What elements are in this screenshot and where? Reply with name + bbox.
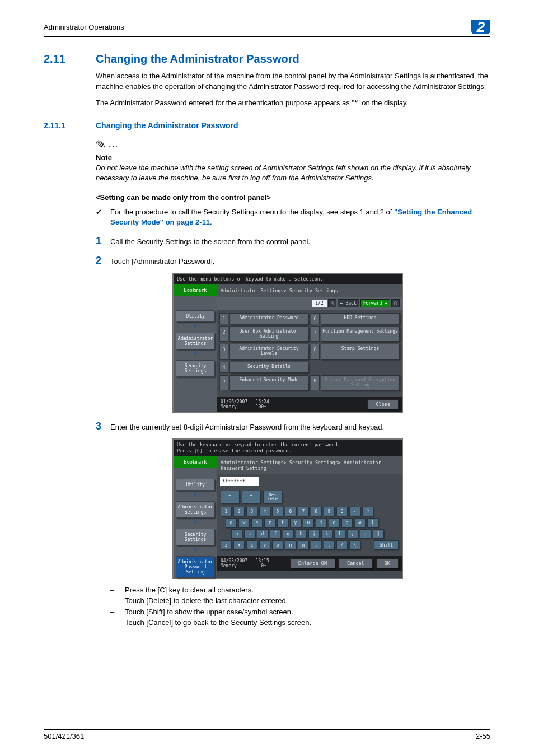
delete-button[interactable]: De- lete: [263, 491, 282, 503]
keyboard-key[interactable]: q: [226, 518, 237, 528]
keyboard-key[interactable]: j: [308, 529, 320, 539]
bookmark-button[interactable]: Bookmark: [174, 456, 217, 468]
ok-button[interactable]: OK: [376, 558, 399, 568]
keyboard-key[interactable]: .: [324, 540, 335, 550]
print-icon[interactable]: ⎙: [328, 299, 336, 307]
keyboard-key[interactable]: g: [283, 529, 294, 539]
dash-icon: [110, 595, 125, 606]
keyboard-key[interactable]: y: [290, 518, 301, 528]
keyboard-key[interactable]: \: [349, 540, 360, 550]
keyboard-key[interactable]: :: [360, 529, 371, 539]
note-label: Note: [96, 153, 490, 162]
keyboard-key[interactable]: r: [264, 518, 275, 528]
crumb-utility[interactable]: Utility: [176, 310, 215, 322]
shift-button[interactable]: Shift: [374, 540, 399, 550]
crumb-security-settings[interactable]: Security Settings: [176, 360, 215, 377]
keyboard-key[interactable]: -: [349, 507, 360, 516]
nav-left-button[interactable]: ←: [221, 491, 240, 503]
dash-icon: [110, 617, 125, 628]
keyboard-key[interactable]: 6: [285, 507, 296, 516]
forward-button[interactable]: Forward →: [360, 299, 390, 307]
keyboard-key[interactable]: k: [321, 529, 332, 539]
keyboard-key[interactable]: p: [341, 518, 353, 528]
keyboard-key[interactable]: @: [354, 518, 366, 528]
keyboard-key[interactable]: o: [329, 518, 340, 528]
menu-admin-sec-levels[interactable]: Administrator Security Levels: [229, 344, 308, 360]
arrow-down-icon: ▼: [174, 519, 217, 525]
keyboard-key[interactable]: ]: [373, 529, 384, 539]
h2-title: Changing the Administrator Password: [96, 121, 238, 130]
ellipsis-icon: …: [108, 138, 120, 150]
arrow-down-icon: ▼: [174, 547, 217, 553]
keyboard-key[interactable]: z: [221, 540, 232, 550]
keyboard-key[interactable]: 4: [259, 507, 270, 516]
nav-right-button[interactable]: →: [242, 491, 261, 503]
keyboard-key[interactable]: 7: [298, 507, 309, 516]
keyboard-key[interactable]: [: [367, 518, 378, 528]
sub-bullet-text: Touch [Delete] to delete the last charac…: [125, 595, 288, 606]
sub-bullet-text: Touch [Shift] to show the upper case/sym…: [125, 606, 293, 618]
keyboard-key[interactable]: 0: [336, 507, 348, 516]
step-text-1: Call the Security Settings to the screen…: [110, 236, 310, 247]
keyboard-key[interactable]: m: [298, 540, 309, 550]
crumb-security-settings[interactable]: Security Settings: [176, 529, 215, 545]
procedure-intro: For the procedure to call the Security S…: [110, 207, 490, 227]
keyboard-row-2: qwertyuiop@[: [226, 518, 399, 528]
password-input[interactable]: ********: [220, 477, 259, 486]
keyboard-key[interactable]: 3: [246, 507, 257, 516]
keyboard-key[interactable]: i: [316, 518, 327, 528]
keyboard-key[interactable]: h: [296, 529, 307, 539]
menu-enhanced-security[interactable]: Enhanced Security Mode: [229, 375, 308, 391]
keyboard-key[interactable]: l: [334, 529, 345, 539]
crumb-admin-pw-setting[interactable]: Administrator Password Setting: [176, 556, 215, 578]
keyboard-key[interactable]: ;: [347, 529, 358, 539]
arrow-down-icon: ▼: [174, 351, 217, 357]
keyboard-key[interactable]: 1: [221, 507, 232, 516]
page-indicator: 1/2: [312, 300, 326, 307]
bookmark-button[interactable]: Bookmark: [174, 284, 217, 296]
keyboard-key[interactable]: u: [303, 518, 314, 528]
keyboard-key[interactable]: v: [259, 540, 270, 550]
crumb-admin-settings[interactable]: Administrator Settings: [176, 333, 215, 349]
keyboard-key[interactable]: d: [257, 529, 268, 539]
pencil-icon: ✎: [95, 137, 106, 152]
intro-paragraph-1: When access to the Administrator of the …: [96, 71, 490, 92]
keyboard-key[interactable]: /: [336, 540, 348, 550]
h2-number: 2.11.1: [44, 121, 80, 130]
keyboard-key[interactable]: b: [272, 540, 283, 550]
menu-function-mgmt[interactable]: Function Management Settings: [321, 326, 400, 342]
cancel-button[interactable]: Cancel: [339, 558, 373, 568]
menu-driver-password[interactable]: Driver Password Encryption Setting: [321, 375, 400, 391]
keyboard-key[interactable]: a: [231, 529, 242, 539]
keyboard-key[interactable]: w: [238, 518, 250, 528]
menu-administrator-password[interactable]: Administrator Password: [229, 313, 308, 324]
subheading: <Setting can be made only from the contr…: [96, 193, 490, 202]
keyboard-key[interactable]: t: [277, 518, 288, 528]
keyboard-key[interactable]: e: [251, 518, 263, 528]
crumb-utility[interactable]: Utility: [176, 479, 215, 491]
keyboard-key[interactable]: 2: [233, 507, 245, 516]
dash-icon: [110, 606, 125, 618]
close-button[interactable]: Close: [367, 399, 399, 409]
keyboard-key[interactable]: ,: [311, 540, 322, 550]
crumb-admin-settings[interactable]: Administrator Settings: [176, 501, 215, 518]
keyboard-key[interactable]: c: [246, 540, 257, 550]
keyboard-key[interactable]: 8: [311, 507, 322, 516]
panel1-status: 01/06/2007 15:24Memory 100%: [221, 399, 269, 409]
keyboard-key[interactable]: f: [270, 529, 281, 539]
enlarge-button[interactable]: Enlarge ON: [290, 558, 335, 568]
print-icon-2[interactable]: ⎙: [391, 299, 400, 307]
keyboard-key[interactable]: s: [244, 529, 255, 539]
keyboard-key[interactable]: 5: [272, 507, 283, 516]
menu-security-details[interactable]: Security Details: [229, 362, 308, 373]
keyboard-key[interactable]: 9: [324, 507, 335, 516]
check-icon: [96, 207, 110, 227]
back-button[interactable]: ← Back: [338, 299, 359, 307]
keyboard-key[interactable]: n: [285, 540, 296, 550]
keyboard-key[interactable]: ^: [362, 507, 373, 516]
menu-hdd-settings[interactable]: HDD Settings: [321, 313, 400, 324]
menu-user-box-admin[interactable]: User Box Administrator Setting: [229, 326, 308, 342]
menu-stamp-settings[interactable]: Stamp Settings: [321, 344, 400, 360]
step-text-2: Touch [Administrator Password].: [110, 255, 214, 267]
keyboard-key[interactable]: x: [233, 540, 245, 550]
